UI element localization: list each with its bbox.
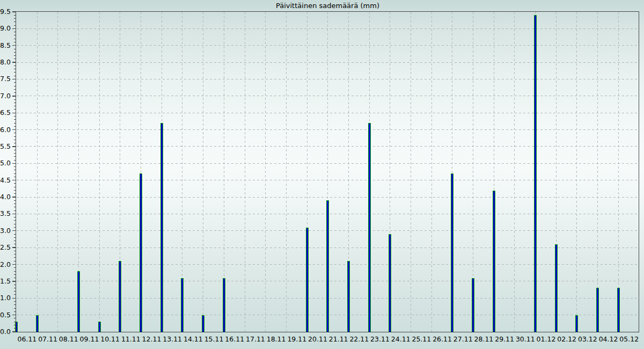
y-axis-minor-tick xyxy=(14,227,16,228)
y-axis-minor-tick xyxy=(14,32,16,32)
y-axis-tick-label: 4.0 xyxy=(0,193,11,201)
y-axis-minor-tick xyxy=(14,217,16,217)
y-axis-minor-tick xyxy=(14,166,16,167)
y-axis-major-tick xyxy=(12,230,16,231)
y-axis-minor-tick xyxy=(14,66,16,66)
y-axis-minor-tick xyxy=(14,210,16,211)
y-axis-minor-tick xyxy=(14,220,16,221)
y-axis-tick-label: 2.0 xyxy=(0,261,11,268)
y-axis-major-tick xyxy=(12,180,16,180)
y-axis-tick-label: 4.5 xyxy=(0,177,11,184)
x-axis-tick-label: 16.11 xyxy=(225,335,244,343)
y-axis-minor-tick xyxy=(14,39,16,39)
y-axis-minor-tick xyxy=(14,133,16,133)
y-axis-minor-tick xyxy=(14,116,16,117)
y-axis-minor-tick xyxy=(14,325,16,325)
y-axis-minor-tick xyxy=(14,143,16,143)
y-axis-major-tick xyxy=(12,214,16,214)
y-axis-tick-label: 9.5 xyxy=(0,8,11,16)
y-axis-minor-tick xyxy=(14,267,16,268)
y-axis-minor-tick xyxy=(14,288,16,288)
x-axis-tick-label: 25.11 xyxy=(412,335,431,343)
y-axis-tick-label: 6.0 xyxy=(0,126,11,134)
y-axis-minor-tick xyxy=(14,294,16,295)
y-axis-tick-label: 5.0 xyxy=(0,159,11,167)
y-axis-minor-tick xyxy=(14,123,16,123)
y-axis-minor-tick xyxy=(14,119,16,120)
x-axis-tick-label: 17.11 xyxy=(246,335,265,343)
y-axis-minor-tick xyxy=(14,301,16,302)
y-axis-major-tick xyxy=(12,79,16,79)
y-axis-minor-tick xyxy=(14,140,16,140)
y-axis-minor-tick xyxy=(14,82,16,83)
y-axis-minor-tick xyxy=(14,18,16,19)
y-axis-minor-tick xyxy=(14,109,16,110)
y-axis-minor-tick xyxy=(14,160,16,161)
y-axis-minor-tick xyxy=(14,106,16,106)
y-axis-minor-tick xyxy=(14,150,16,150)
y-axis-minor-tick xyxy=(14,322,16,322)
x-axis-tick-label: 04.12 xyxy=(599,335,618,343)
x-axis-tick-label: 13.11 xyxy=(163,335,182,343)
x-axis-tick-label: 29.11 xyxy=(495,335,514,343)
y-axis-minor-tick xyxy=(14,251,16,251)
x-axis-tick-label: 01.12 xyxy=(537,335,556,343)
y-axis-tick-label: 8.0 xyxy=(0,59,11,66)
y-axis-tick-label: 2.5 xyxy=(0,244,11,251)
y-axis-minor-tick xyxy=(14,72,16,72)
y-axis-minor-tick xyxy=(14,153,16,154)
y-axis-minor-tick xyxy=(14,15,16,16)
y-axis-minor-tick xyxy=(14,156,16,157)
x-axis-tick-label: 06.11 xyxy=(18,335,37,343)
y-axis-major-tick xyxy=(12,62,16,62)
y-axis-minor-tick xyxy=(14,318,16,318)
precipitation-chart: Päivittäinen sademäärä (mm) 0.00.51.01.5… xyxy=(0,0,644,349)
y-axis-minor-tick xyxy=(14,261,16,261)
y-axis-minor-tick xyxy=(14,237,16,238)
y-axis-minor-tick xyxy=(14,187,16,187)
y-axis-tick-label: 9.0 xyxy=(0,25,11,32)
y-axis-minor-tick xyxy=(14,86,16,86)
y-axis-major-tick xyxy=(12,45,16,46)
x-axis-tick-label: 30.11 xyxy=(516,335,535,343)
y-axis-minor-tick xyxy=(14,173,16,174)
y-axis-major-tick xyxy=(12,281,16,281)
y-axis-minor-tick xyxy=(14,76,16,76)
y-axis-tick-label: 3.0 xyxy=(0,227,11,235)
x-axis-tick-label: 07.11 xyxy=(38,335,57,343)
y-axis-minor-tick xyxy=(14,200,16,201)
y-axis-tick-label: 6.5 xyxy=(0,109,11,117)
y-axis-tick-label: 7.5 xyxy=(0,75,11,83)
y-axis-minor-tick xyxy=(14,254,16,255)
y-axis-minor-tick xyxy=(14,203,16,204)
y-axis-minor-tick xyxy=(14,291,16,292)
chart-title: Päivittäinen sademäärä (mm) xyxy=(16,2,639,10)
x-axis-tick-label: 22.11 xyxy=(349,335,369,343)
y-axis-minor-tick xyxy=(14,35,16,35)
y-axis-minor-tick xyxy=(14,21,16,22)
x-axis-tick-label: 05.12 xyxy=(619,335,639,343)
y-axis-tick-label: 0.5 xyxy=(0,311,11,319)
y-axis-major-tick xyxy=(12,298,16,299)
x-axis-tick-label: 21.11 xyxy=(329,335,348,343)
y-axis-tick-label: 0.0 xyxy=(0,328,11,336)
y-axis-minor-tick xyxy=(14,234,16,235)
x-axis-tick-label: 24.11 xyxy=(391,335,411,343)
y-axis-tick-label: 8.5 xyxy=(0,42,11,49)
x-axis-tick-label: 10.11 xyxy=(100,335,120,343)
y-axis-minor-tick xyxy=(14,42,16,42)
y-axis-major-tick xyxy=(12,331,16,332)
y-axis-major-tick xyxy=(12,129,16,130)
x-axis-tick-label: 02.12 xyxy=(557,335,576,343)
y-axis-tick-label: 3.5 xyxy=(0,210,11,217)
y-axis-major-tick xyxy=(12,113,16,113)
y-axis-minor-tick xyxy=(14,25,16,26)
y-axis-major-tick xyxy=(12,163,16,164)
y-axis-minor-tick xyxy=(14,207,16,207)
x-axis-tick-label: 08.11 xyxy=(59,335,78,343)
x-axis-tick-label: 12.11 xyxy=(142,335,162,343)
y-axis-major-tick xyxy=(12,96,16,96)
y-axis-minor-tick xyxy=(14,304,16,305)
y-axis-minor-tick xyxy=(14,177,16,177)
x-axis-tick-label: 03.12 xyxy=(578,335,597,343)
